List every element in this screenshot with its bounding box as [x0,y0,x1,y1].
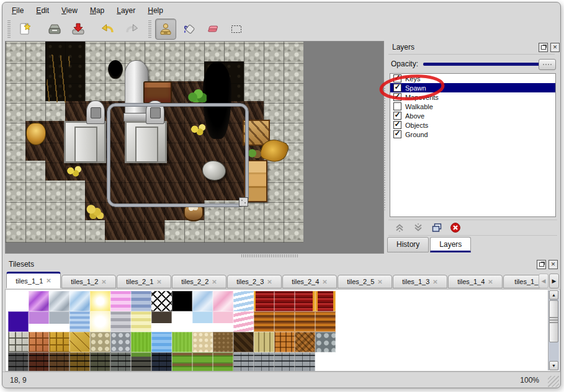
palette-tile[interactable] [69,311,90,332]
fill-tool-button[interactable] [179,19,200,40]
resize-grip[interactable] [548,376,559,387]
palette-tile[interactable] [49,352,69,372]
palette-tile[interactable] [274,332,295,352]
palette-tile[interactable] [233,352,254,372]
save-button[interactable] [68,19,89,40]
palette-tile[interactable] [172,291,192,311]
dock-tab-layers[interactable]: Layers [430,237,471,252]
palette-tile[interactable] [8,311,29,332]
close-panel-icon[interactable]: ✕ [550,43,560,52]
menu-item-layer[interactable]: Layer [111,5,141,16]
palette-tile[interactable] [213,311,233,332]
palette-tile[interactable] [151,352,172,372]
palette-tile[interactable] [110,291,131,311]
palette-tile[interactable] [69,352,90,372]
eraser-tool-button[interactable] [202,19,223,40]
horizontal-splitter[interactable] [241,254,298,258]
palette-tile[interactable] [29,332,49,352]
layer-row-above[interactable]: ✓Above [390,111,555,120]
palette-tile[interactable] [8,332,29,352]
palette-tile[interactable] [172,332,192,352]
scrollbar-thumb[interactable] [549,300,558,342]
palette-tile[interactable] [49,291,69,311]
palette-tile[interactable] [295,332,315,352]
palette-tile[interactable] [233,332,254,352]
palette-tile[interactable] [254,352,274,372]
palette-tile[interactable] [131,332,151,352]
lower-layer-button[interactable] [412,221,424,234]
palette-tile[interactable] [90,352,110,372]
palette-tile[interactable] [29,352,49,372]
opacity-slider[interactable] [423,63,555,66]
palette-tile[interactable] [8,291,29,311]
palette-tile[interactable] [254,332,274,352]
undo-button[interactable] [97,19,119,40]
selection-resize-handle[interactable] [239,197,248,207]
tileset-tab-tiles_2_1[interactable]: tiles_2_1✕ [117,275,171,288]
palette-tile[interactable] [151,332,172,352]
map-canvas[interactable] [5,41,384,254]
layer-row-mapevents[interactable]: ✓Mapevents [390,92,555,102]
layer-visibility-checkbox[interactable]: ✓ [393,74,401,82]
scroll-tabs-left-icon[interactable]: ◀ [539,274,548,288]
layer-visibility-checkbox[interactable] [393,102,401,110]
palette-tile[interactable] [274,291,295,311]
float-panel-icon[interactable] [539,43,548,52]
palette-tile[interactable] [49,311,69,332]
palette-tile[interactable] [213,332,233,352]
map-view[interactable] [6,42,303,243]
tileset-tab-tiles_2_2[interactable]: tiles_2_2✕ [172,275,226,288]
tileset-tab-tiles_2_4[interactable]: tiles_2_4✕ [282,275,337,288]
layer-visibility-checkbox[interactable]: ✓ [393,93,401,101]
duplicate-layer-button[interactable] [431,221,443,234]
palette-tile[interactable] [49,332,69,352]
tab-close-icon[interactable]: ✕ [212,278,217,285]
palette-tile[interactable] [131,291,151,311]
palette-tile[interactable] [315,311,336,332]
redo-button[interactable] [121,19,142,40]
select-tool-button[interactable] [226,19,247,40]
palette-tile[interactable] [192,311,213,332]
opacity-slider-handle[interactable] [539,59,556,70]
palette-tile[interactable] [274,311,295,332]
open-button[interactable] [44,19,65,40]
tab-close-icon[interactable]: ✕ [488,278,493,285]
layer-row-walkable[interactable]: Walkable [390,102,555,111]
palette-tile[interactable] [69,291,90,311]
tileset-tab-tiles_2_3[interactable]: tiles_2_3✕ [227,275,282,288]
raise-layer-button[interactable] [393,221,406,234]
palette-tile[interactable] [29,291,49,311]
palette-tile[interactable] [131,352,151,372]
menu-item-file[interactable]: File [6,5,29,16]
scroll-tabs-right-icon[interactable]: ▶ [549,274,559,288]
layer-visibility-checkbox[interactable]: ✓ [393,112,401,120]
palette-tile[interactable] [131,311,151,332]
palette-tile[interactable] [213,352,233,372]
menu-item-map[interactable]: Map [84,5,110,16]
tab-close-icon[interactable]: ✕ [267,278,272,285]
tab-close-icon[interactable]: ✕ [432,278,437,285]
palette-tile[interactable] [110,352,131,372]
palette-tile[interactable] [192,291,213,311]
palette-tile[interactable] [172,311,192,332]
palette-tile[interactable] [254,311,274,332]
palette-tile[interactable] [172,352,192,372]
tileset-tab-tiles_1_3[interactable]: tiles_1_3✕ [393,275,447,288]
toolbar-drag-handle[interactable] [7,20,11,38]
palette-tile[interactable] [151,291,172,311]
menu-item-edit[interactable]: Edit [30,5,55,16]
palette-tile[interactable] [233,291,254,311]
palette-tile[interactable] [90,332,110,352]
palette-tile[interactable] [233,311,254,332]
palette-tile[interactable] [192,332,213,352]
palette-tile[interactable] [315,291,336,311]
tileset-tab-tiles_1_4[interactable]: tiles_1_4✕ [448,275,503,288]
close-tilesets-icon[interactable]: ✕ [548,260,558,269]
tab-close-icon[interactable]: ✕ [156,278,161,285]
float-tilesets-icon[interactable] [537,260,546,269]
layer-row-keys[interactable]: ✓Keys [390,74,555,83]
tab-close-icon[interactable]: ✕ [377,278,382,285]
palette-tile[interactable] [213,291,233,311]
palette-tile[interactable] [274,352,295,372]
delete-layer-button[interactable] [449,221,462,234]
